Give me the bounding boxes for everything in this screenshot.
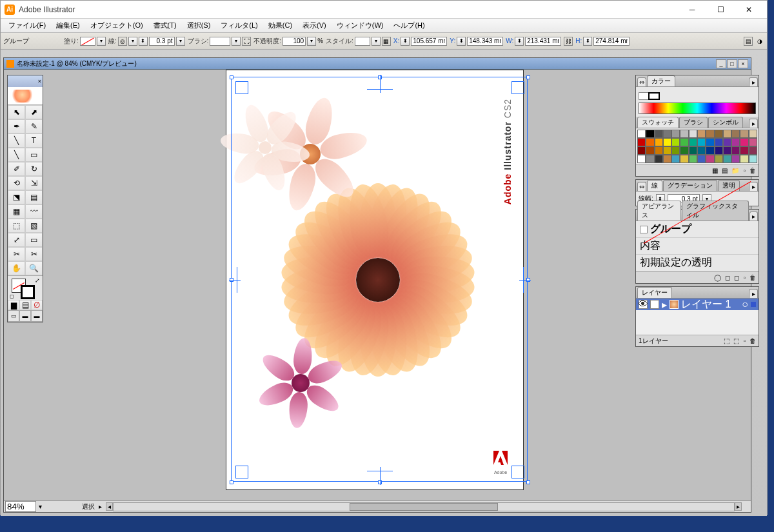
stroke-dropdown-icon[interactable]: ▾ <box>128 37 137 46</box>
style-swatch[interactable] <box>355 37 370 46</box>
swatch[interactable] <box>671 130 680 138</box>
color-panel-collapse-icon[interactable]: ⇔ <box>637 77 646 86</box>
w-stepper-icon[interactable]: ⬍ <box>515 37 524 46</box>
swatch[interactable] <box>749 138 757 146</box>
zoom-input[interactable] <box>5 501 36 512</box>
swatch[interactable] <box>671 146 680 155</box>
minimize-button[interactable]: ─ <box>678 1 706 18</box>
doc-close-button[interactable]: × <box>738 59 748 68</box>
color-mode-button[interactable]: ▆ <box>8 300 19 310</box>
menu-file[interactable]: ファイル(F) <box>3 19 51 32</box>
swatch-kind-icon[interactable]: ▦ <box>712 167 718 174</box>
free-transform-tool[interactable]: ▤ <box>25 190 43 204</box>
stroke-swatch-icon[interactable]: ◎ <box>118 37 127 46</box>
swatch[interactable] <box>715 130 723 138</box>
swatch[interactable] <box>637 138 646 146</box>
h-input[interactable] <box>593 37 630 46</box>
doc-maximize-button[interactable]: □ <box>727 59 737 68</box>
clear-appearance-icon[interactable]: ◻ <box>725 274 730 281</box>
gradient-tab[interactable]: グラデーション <box>663 180 717 191</box>
menu-window[interactable]: ウィンドウ(W) <box>332 19 389 32</box>
symbol-sprayer-tool[interactable]: ▦ <box>8 204 25 219</box>
swatch[interactable] <box>740 130 748 138</box>
delete-layer-icon[interactable]: 🗑 <box>749 337 756 344</box>
swatch[interactable] <box>706 130 714 138</box>
none-mode-button[interactable]: ∅ <box>31 300 43 310</box>
swatch[interactable] <box>646 146 654 155</box>
gradient-tool[interactable]: ▧ <box>25 219 43 233</box>
pen-tool[interactable]: ✒ <box>8 119 25 133</box>
layers-panel-menu-icon[interactable]: ▸ <box>749 289 758 298</box>
selection-handle[interactable] <box>526 75 530 79</box>
controlbar-menu-icon[interactable]: ▤ <box>744 37 753 46</box>
make-clipping-mask-icon[interactable]: ⬚ <box>724 337 729 344</box>
stroke-panel-menu-icon[interactable]: ▸ <box>749 182 758 191</box>
stroke-weight-input[interactable] <box>149 37 175 46</box>
selection-handle[interactable] <box>526 278 530 282</box>
align-panel-icon[interactable]: ▦ <box>382 37 391 46</box>
warp-tool[interactable]: ⬔ <box>8 190 25 204</box>
x-input[interactable] <box>411 37 447 46</box>
hscroll-right-icon[interactable]: ▸ <box>735 502 742 511</box>
appearance-opacity[interactable]: 初期設定の透明 <box>636 255 759 271</box>
swatch[interactable] <box>680 130 688 138</box>
blend-tool[interactable]: ▭ <box>25 233 43 247</box>
reflect-tool[interactable]: ⟲ <box>8 176 25 190</box>
constrain-link-icon[interactable]: ⛓ <box>564 37 573 46</box>
graph-tool[interactable]: 〰 <box>25 204 43 219</box>
doc-minimize-button[interactable]: _ <box>716 59 726 68</box>
brush-swatch[interactable] <box>210 37 230 46</box>
symbols-tab[interactable]: シンボル <box>708 117 743 128</box>
lock-toggle-icon[interactable] <box>650 300 659 309</box>
swatch[interactable] <box>706 155 714 163</box>
mesh-tool[interactable]: ⬚ <box>8 219 25 233</box>
scale-tool[interactable]: ⇲ <box>25 176 43 190</box>
swatch[interactable] <box>740 155 748 163</box>
swatch[interactable] <box>731 155 740 163</box>
layer-name[interactable]: レイヤー 1 <box>681 298 731 311</box>
color-tab[interactable]: カラー <box>647 75 675 86</box>
type-slot-tool[interactable]: ✎ <box>25 119 43 133</box>
stroke-weight-dropdown-icon[interactable]: ▾ <box>176 37 185 46</box>
swatch[interactable] <box>671 155 680 163</box>
swatch[interactable] <box>715 146 723 155</box>
swatch[interactable] <box>680 146 688 155</box>
screen-mode-full-button[interactable]: ▬ <box>31 310 43 322</box>
layer-target-icon[interactable]: ○ <box>742 299 748 310</box>
swap-fill-stroke-icon[interactable]: ⤢ <box>35 277 40 284</box>
swatch[interactable] <box>723 155 731 163</box>
swatch[interactable] <box>740 146 748 155</box>
swatch[interactable] <box>680 155 688 163</box>
swatch[interactable] <box>749 155 757 163</box>
toolbox-header[interactable]: × <box>8 75 43 87</box>
selection-tool[interactable]: ⬉ <box>8 105 25 119</box>
swatch[interactable] <box>637 130 646 138</box>
reduce-appearance-icon[interactable]: ◻ <box>734 274 739 281</box>
swatch[interactable] <box>646 155 654 163</box>
swatch-grid[interactable] <box>637 130 757 163</box>
delete-item-icon[interactable]: 🗑 <box>749 274 756 281</box>
swatch[interactable] <box>646 138 654 146</box>
menu-edit[interactable]: 編集(E) <box>51 19 85 32</box>
appearance-tab[interactable]: アピアランス <box>637 201 681 221</box>
swatch[interactable] <box>637 146 646 155</box>
stroke-link-icon[interactable]: ⬍ <box>139 37 148 46</box>
stroke-tab[interactable]: 線 <box>647 180 662 191</box>
fill-swatch[interactable] <box>80 37 95 46</box>
maximize-button[interactable]: ☐ <box>706 1 735 18</box>
swatches-tab[interactable]: スウォッチ <box>637 117 679 128</box>
rotate-tool[interactable]: ↻ <box>25 162 43 176</box>
stroke-box-icon[interactable] <box>21 285 35 299</box>
swatch[interactable] <box>749 130 757 138</box>
graphic-styles-tab[interactable]: グラフィックスタイル <box>682 201 749 221</box>
new-art-icon[interactable]: ◯ <box>714 274 721 281</box>
opacity-input[interactable] <box>283 37 306 46</box>
direct-selection-tool[interactable]: ⬈ <box>25 105 43 119</box>
style-dropdown-icon[interactable]: ▾ <box>372 37 381 46</box>
w-input[interactable] <box>525 37 561 46</box>
layer-expand-icon[interactable]: ▸ <box>662 299 667 311</box>
zoom-dropdown-icon[interactable]: ▾ <box>37 503 43 510</box>
swatch[interactable] <box>740 138 748 146</box>
new-swatch-icon[interactable]: ▫ <box>743 167 746 174</box>
paintbrush-tool[interactable]: ✐ <box>8 162 25 176</box>
